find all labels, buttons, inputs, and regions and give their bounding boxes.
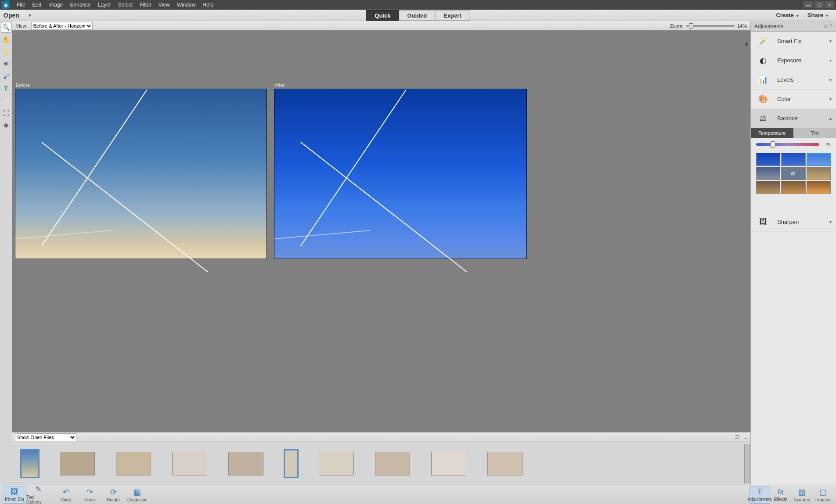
menu-image[interactable]: Image xyxy=(45,0,66,10)
crop-tool[interactable] xyxy=(1,108,11,119)
before-image[interactable] xyxy=(15,89,267,259)
type-tool[interactable] xyxy=(1,83,11,94)
menu-enhance[interactable]: Enhance xyxy=(66,0,94,10)
preset-4[interactable] xyxy=(756,167,780,180)
undo-button[interactable]: ↶Undo xyxy=(54,486,78,504)
textures-button[interactable]: ▨Textures xyxy=(791,486,812,504)
organizer-button[interactable]: ▦Organizer xyxy=(125,486,149,504)
preset-7[interactable] xyxy=(756,181,780,194)
maximize-icon[interactable]: ☐ xyxy=(814,1,824,8)
thumb-4[interactable] xyxy=(172,452,207,475)
temperature-thumb-icon[interactable] xyxy=(770,141,775,148)
redeye-tool[interactable] xyxy=(1,59,11,69)
adj-color[interactable]: 🎨 Color ▾ xyxy=(751,90,836,109)
close-document-icon[interactable]: ✕ xyxy=(744,41,749,47)
adjustments-button[interactable]: 🎚Adjustments xyxy=(749,486,770,504)
separator xyxy=(52,488,52,502)
chevron-down-icon: ▾ xyxy=(829,39,832,43)
thumb-8[interactable] xyxy=(375,452,410,475)
spot-heal-tool[interactable] xyxy=(1,96,11,106)
hand-tool[interactable] xyxy=(1,34,11,45)
menu-select[interactable]: Select xyxy=(115,0,136,10)
effects-icon: fx xyxy=(778,487,784,497)
preset-9[interactable] xyxy=(807,181,831,194)
after-label: After xyxy=(274,83,285,88)
minimize-icon[interactable]: — xyxy=(804,1,813,8)
filmstrip-scrollbar[interactable] xyxy=(744,444,750,483)
preset-2[interactable] xyxy=(781,153,805,166)
menu-help[interactable]: Help xyxy=(199,0,217,10)
photo-bin-button[interactable]: 🖼Photo Bin xyxy=(3,486,26,504)
create-button[interactable]: Create xyxy=(776,12,798,18)
mode-tabs: Quick Guided Expert xyxy=(366,10,469,21)
adj-levels[interactable]: 📊 Levels ▾ xyxy=(751,70,836,90)
menu-window[interactable]: Window xyxy=(173,0,199,10)
levels-label: Levels xyxy=(777,76,794,83)
zoom-slider[interactable] xyxy=(686,25,735,27)
menu-layer[interactable]: Layer xyxy=(94,0,115,10)
zoom-thumb-icon[interactable] xyxy=(689,23,693,29)
window-controls: — ☐ ✕ xyxy=(804,1,836,8)
menu-edit[interactable]: Edit xyxy=(29,0,45,10)
app-logo-icon: ◉ xyxy=(1,0,11,10)
adj-sharpen[interactable]: 🖼 Sharpen ▾ xyxy=(751,212,836,232)
tool-options-button[interactable]: ✎Tool Options xyxy=(26,486,50,504)
view-select[interactable]: Before & After - Horizontal xyxy=(31,22,93,30)
thumb-6[interactable] xyxy=(285,450,298,477)
thumb-10[interactable] xyxy=(487,452,522,475)
tab-quick[interactable]: Quick xyxy=(366,10,399,21)
filmstrip-list-icon[interactable]: ☰ xyxy=(735,434,740,440)
tab-expert[interactable]: Expert xyxy=(435,10,469,21)
open-toolbar: Open ▾ Quick Guided Expert Create Share xyxy=(0,10,836,21)
rotate-button[interactable]: ⟳Rotate xyxy=(101,486,125,504)
thumb-7[interactable] xyxy=(319,452,354,475)
thumb-9[interactable] xyxy=(431,452,466,475)
thumb-2[interactable] xyxy=(60,452,95,475)
chevron-down-icon: ▾ xyxy=(829,97,832,101)
textures-label: Textures xyxy=(793,497,810,502)
whiten-tool[interactable] xyxy=(1,71,11,82)
filmstrip-select[interactable]: Show Open Files xyxy=(15,433,76,441)
menu-file[interactable]: File xyxy=(13,0,29,10)
move-tool[interactable] xyxy=(1,120,11,131)
filmstrip-collapse-icon[interactable]: ⌄ xyxy=(743,434,748,440)
menu-filter[interactable]: Filter xyxy=(136,0,155,10)
quick-select-tool[interactable] xyxy=(1,47,11,57)
preset-8[interactable] xyxy=(781,181,805,194)
filmstrip xyxy=(12,442,750,485)
temperature-slider[interactable] xyxy=(756,143,819,146)
canvas-area: ✕ Before After xyxy=(12,31,750,432)
open-dropdown-icon[interactable]: ▾ xyxy=(24,12,31,18)
rotate-icon: ⟳ xyxy=(110,487,117,497)
after-image[interactable] xyxy=(274,89,527,259)
reset-icon[interactable]: ⟲ xyxy=(823,23,828,29)
adj-balance[interactable]: ⚖ Balance ▴ xyxy=(751,109,836,128)
zoom-tool[interactable] xyxy=(1,22,11,32)
filmstrip-bar: Show Open Files ☰ ⌄ xyxy=(12,432,750,442)
close-icon[interactable]: ✕ xyxy=(825,1,834,8)
tab-temperature[interactable]: Temperature xyxy=(751,128,793,138)
frames-button[interactable]: ▢Frames xyxy=(812,486,833,504)
tab-tint[interactable]: Tint xyxy=(793,128,836,138)
redo-button[interactable]: ↷Redo xyxy=(78,486,101,504)
preset-6[interactable] xyxy=(807,167,831,180)
adj-smart-fix[interactable]: 🪄 Smart Fix ▾ xyxy=(751,32,836,51)
menu-view[interactable]: View xyxy=(155,0,173,10)
thumb-1[interactable] xyxy=(21,450,39,477)
exposure-icon: ◐ xyxy=(755,54,771,67)
preset-1[interactable] xyxy=(756,153,780,166)
tab-guided[interactable]: Guided xyxy=(399,10,435,21)
undo-label: Undo xyxy=(61,497,71,502)
adj-exposure[interactable]: ◐ Exposure ▾ xyxy=(751,51,836,70)
effects-button[interactable]: fxEffects xyxy=(770,486,791,504)
thumb-5[interactable] xyxy=(228,452,263,475)
share-button[interactable]: Share xyxy=(807,12,828,18)
textures-icon: ▨ xyxy=(798,487,806,497)
thumb-3[interactable] xyxy=(116,452,151,475)
preset-3[interactable] xyxy=(807,153,831,166)
preset-5[interactable]: ⚖ xyxy=(781,167,805,180)
levels-icon: 📊 xyxy=(755,73,771,86)
open-button[interactable]: Open xyxy=(4,12,24,19)
help-icon[interactable]: ? xyxy=(829,23,832,29)
center-area: View: Before & After - Horizontal Zoom: … xyxy=(12,21,750,485)
